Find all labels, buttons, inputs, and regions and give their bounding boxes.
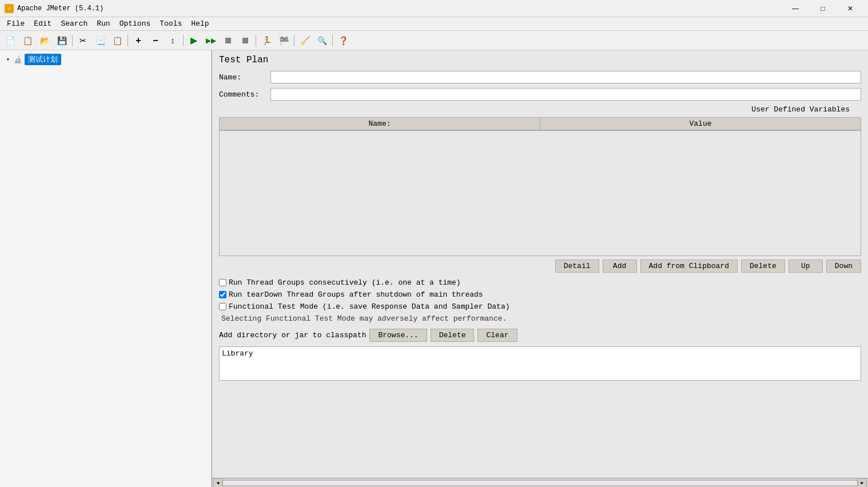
start-nopause-button[interactable]: ▶▶ (203, 33, 219, 49)
variables-table-body (219, 130, 861, 256)
classpath-label: Add directory or jar to classpath (219, 331, 366, 340)
browse-button[interactable]: Browse... (369, 329, 427, 342)
tree-root-item[interactable]: ▾ 🔬 测试计划 (2, 53, 209, 66)
remote-start-button[interactable]: 🏃 (258, 33, 274, 49)
col-value-header: Value (540, 118, 861, 130)
close-button[interactable]: ✕ (837, 0, 863, 17)
horizontal-scrollbar: ◀ ▶ (212, 478, 868, 487)
toolbar: 📄 📋 📂 💾 ✂ 📃 📋 + − ↕ ▶ ▶▶ ⏹ ⏹ 🏃 🏁 🧹 🔍 ❓ (0, 31, 868, 50)
expand-button[interactable]: + (130, 33, 146, 49)
library-textarea[interactable] (219, 346, 861, 381)
search-toolbar-button[interactable]: 🔍 (314, 33, 330, 49)
open-button[interactable]: 📂 (37, 33, 53, 49)
copy-button[interactable]: 📃 (92, 33, 108, 49)
table-actions: Detail Add Add from Clipboard Delete Up … (219, 260, 861, 273)
app-title: Apache JMeter (5.4.1) (17, 5, 103, 13)
user-defined-variables-label: User Defined Variables (219, 105, 861, 114)
add-from-clipboard-button[interactable]: Add from Clipboard (640, 260, 738, 273)
run-teardown-checkbox[interactable] (219, 291, 226, 298)
remote-stop-button[interactable]: 🏁 (276, 33, 292, 49)
menu-tools[interactable]: Tools (155, 18, 186, 29)
cut-button[interactable]: ✂ (75, 33, 91, 49)
help-toolbar-button[interactable]: ❓ (335, 33, 351, 49)
comments-row: Comments: (219, 88, 861, 101)
templates-button[interactable]: 📋 (19, 33, 35, 49)
main-area: ▾ 🔬 测试计划 Test Plan Name: Comments: User … (0, 50, 868, 487)
run-teardown-label: Run tearDown Thread Groups after shutdow… (229, 290, 483, 299)
classpath-row: Add directory or jar to classpath Browse… (219, 329, 861, 342)
title-bar: ⚡ Apache JMeter (5.4.1) — □ ✕ (0, 0, 868, 17)
tree-node-label[interactable]: 测试计划 (25, 54, 61, 65)
menu-bar: File Edit Search Run Options Tools Help (0, 17, 868, 31)
menu-file[interactable]: File (2, 18, 29, 29)
sep4 (256, 35, 256, 46)
scrollbar-track[interactable] (222, 480, 858, 486)
clear-all-button[interactable]: 🧹 (297, 33, 313, 49)
functional-test-mode-row: Functional Test Mode (i.e. save Response… (219, 302, 861, 311)
up-button[interactable]: Up (789, 260, 823, 273)
sep1 (72, 35, 73, 46)
run-teardown-row: Run tearDown Thread Groups after shutdow… (219, 290, 861, 299)
collapse-button[interactable]: − (148, 33, 164, 49)
sep2 (128, 35, 128, 46)
tree-expand-icon: ▾ (5, 56, 11, 63)
sep5 (294, 35, 294, 46)
sep6 (332, 35, 333, 46)
clear-cp-button[interactable]: Clear (477, 329, 517, 342)
name-label: Name: (219, 73, 270, 82)
run-thread-groups-label: Run Thread Groups consecutively (i.e. on… (229, 278, 461, 287)
new-button[interactable]: 📄 (2, 33, 18, 49)
right-panel: Test Plan Name: Comments: User Defined V… (212, 50, 868, 487)
functional-mode-note: Selecting Functional Test Mode may adver… (219, 314, 861, 323)
col-name-header: Name: (220, 118, 540, 130)
comments-input[interactable] (270, 88, 861, 101)
scroll-left-arrow[interactable]: ◀ (213, 478, 222, 488)
down-button[interactable]: Down (826, 260, 861, 273)
content-area: Test Plan Name: Comments: User Defined V… (212, 50, 868, 478)
menu-options[interactable]: Options (115, 18, 156, 29)
title-bar-controls: — □ ✕ (782, 0, 863, 17)
detail-button[interactable]: Detail (555, 260, 599, 273)
minimize-button[interactable]: — (782, 0, 809, 17)
panel-title: Test Plan (219, 55, 861, 65)
variables-table: Name: Value (219, 117, 861, 130)
toggle-button[interactable]: ↕ (165, 33, 181, 49)
sep3 (183, 35, 184, 46)
run-button[interactable]: ▶ (186, 33, 202, 49)
menu-edit[interactable]: Edit (29, 18, 56, 29)
add-button[interactable]: Add (603, 260, 637, 273)
comments-label: Comments: (219, 90, 270, 99)
shutdown-button[interactable]: ⏹ (237, 33, 253, 49)
functional-test-mode-checkbox[interactable] (219, 303, 226, 310)
app-icon: ⚡ (5, 4, 14, 13)
delete-cp-button[interactable]: Delete (431, 329, 475, 342)
maximize-button[interactable]: □ (810, 0, 836, 17)
left-panel: ▾ 🔬 测试计划 (0, 50, 212, 487)
name-input[interactable] (270, 71, 861, 83)
menu-help[interactable]: Help (186, 18, 213, 29)
stop-button[interactable]: ⏹ (220, 33, 236, 49)
delete-button[interactable]: Delete (741, 260, 785, 273)
menu-search[interactable]: Search (56, 18, 92, 29)
tree-node-icon: 🔬 (14, 55, 22, 64)
paste-button[interactable]: 📋 (109, 33, 125, 49)
run-thread-groups-row: Run Thread Groups consecutively (i.e. on… (219, 278, 861, 287)
run-thread-groups-checkbox[interactable] (219, 279, 226, 286)
scroll-right-arrow[interactable]: ▶ (858, 478, 867, 488)
save-button[interactable]: 💾 (54, 33, 70, 49)
name-row: Name: (219, 71, 861, 83)
menu-run[interactable]: Run (92, 18, 114, 29)
functional-test-mode-label: Functional Test Mode (i.e. save Response… (229, 302, 509, 311)
